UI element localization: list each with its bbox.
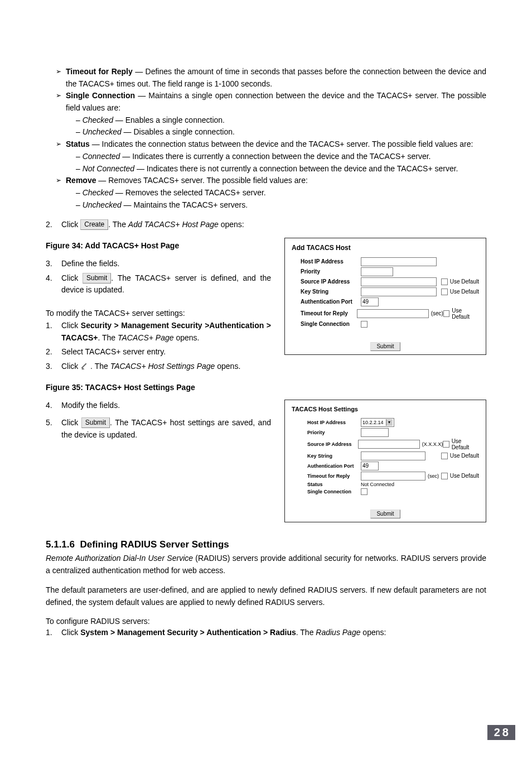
auth-port-input[interactable]: 49 [361, 462, 379, 470]
desc-timeout: Timeout for Reply — Defines the amount o… [56, 66, 486, 90]
desc-label: Status [66, 140, 90, 148]
step-4: 4. Click Submit. The TACACS+ server is d… [46, 272, 271, 296]
panel-submit-button[interactable]: Submit [370, 342, 400, 351]
desc-label: Single Connection [66, 91, 135, 100]
desc-text: — Removes TACACS+ server. The possible f… [96, 176, 307, 185]
desc-option: – Not Connected — Indicates there is not… [66, 163, 486, 175]
step-3: 3.Define the fields. [46, 258, 271, 270]
timeout-label: Timeout for Reply [301, 310, 357, 316]
tacacs-host-settings-panel: TACACS Host Settings Host IP Address10.2… [284, 400, 486, 522]
priority-label: Priority [307, 430, 361, 435]
create-button[interactable]: Create [80, 219, 108, 230]
use-default-checkbox[interactable] [443, 310, 449, 317]
auth-port-label: Authentication Port [307, 463, 361, 469]
desc-text: — Indicates the connection status betwee… [90, 140, 473, 148]
desc-option: – Checked — Removes the selected TACACS+… [66, 187, 486, 199]
radius-config-intro: To configure RADIUS servers: [46, 617, 486, 626]
desc-option: – Checked — Enables a single connection. [66, 114, 486, 127]
auth-port-label: Authentication Port [301, 299, 361, 305]
panel-title: TACACS Host Settings [285, 400, 486, 417]
host-ip-label: Host IP Address [301, 258, 361, 265]
source-ip-label: Source IP Address [301, 278, 361, 285]
key-string-input[interactable] [361, 287, 437, 296]
desc-status: Status — Indicates the connection status… [56, 138, 486, 175]
host-ip-select[interactable]: 10.2.2.14▾ [361, 418, 394, 427]
desc-remove: Remove — Removes TACACS+ server. The pos… [56, 175, 486, 211]
desc-option: – Connected — Indicates there is current… [66, 151, 486, 163]
single-conn-checkbox[interactable] [361, 321, 367, 328]
priority-input[interactable] [361, 428, 389, 437]
desc-option: – Unchecked — Disables a single connecti… [66, 126, 486, 138]
modify-step-5: 5. Click Submit. The TACACS+ host settin… [46, 417, 271, 441]
source-ip-label: Source IP Address [307, 441, 358, 447]
timeout-label: Timeout for Reply [307, 473, 361, 479]
panel-submit-button[interactable]: Submit [370, 510, 400, 518]
submit-button[interactable]: Submit [83, 273, 111, 284]
use-default-checkbox[interactable] [441, 278, 448, 285]
single-conn-label: Single Connection [301, 321, 361, 327]
source-ip-input[interactable] [361, 277, 437, 286]
define-steps: 3.Define the fields. 4. Click Submit. Th… [46, 258, 271, 296]
priority-label: Priority [301, 268, 361, 275]
status-label: Status [307, 482, 361, 487]
page-number: 28 [487, 725, 515, 740]
key-string-label: Key String [307, 453, 361, 459]
use-default-checkbox[interactable] [441, 289, 448, 295]
radius-intro-2: The default parameters are user-defined,… [46, 584, 486, 608]
use-default-checkbox[interactable] [443, 441, 449, 448]
edit-icon[interactable] [80, 362, 88, 370]
auth-port-input[interactable]: 49 [361, 297, 379, 306]
add-tacacs-host-panel: Add TACACS Host Host IP Address Priority… [284, 238, 486, 355]
radius-steps: 1. Click System > Management Security > … [46, 627, 486, 639]
key-string-label: Key String [301, 289, 361, 295]
radius-step-1: 1. Click System > Management Security > … [46, 627, 486, 639]
chevron-down-icon: ▾ [386, 419, 393, 426]
step-list: 2. Click Create. The Add TACACS+ Host Pa… [46, 219, 486, 231]
desc-label: Timeout for Reply [66, 67, 133, 76]
use-default-checkbox[interactable] [441, 453, 448, 459]
field-description-list: Timeout for Reply — Defines the amount o… [46, 66, 486, 211]
timeout-input[interactable] [361, 472, 425, 481]
host-ip-label: Host IP Address [307, 420, 361, 425]
use-default-checkbox[interactable] [441, 473, 448, 479]
single-conn-checkbox[interactable] [361, 488, 367, 495]
source-ip-input[interactable] [358, 440, 419, 449]
host-ip-input[interactable] [361, 257, 437, 266]
desc-label: Remove [66, 176, 96, 185]
timeout-input[interactable] [357, 309, 428, 318]
submit-button[interactable]: Submit [81, 417, 110, 428]
single-conn-label: Single Connection [307, 489, 361, 494]
modify-step-2: 2.Select TACACS+ server entry. [46, 346, 271, 358]
modify-steps-cont: 4.Modify the fields. 5. Click Submit. Th… [46, 400, 271, 441]
modify-steps: 1. Click Security > Management Security … [46, 320, 271, 373]
radius-intro-1: Remote Authorization Dial-In User Servic… [46, 553, 486, 577]
modify-step-1: 1. Click Security > Management Security … [46, 320, 271, 344]
section-heading: 5.1.1.6 Defining RADIUS Server Settings [46, 539, 486, 550]
figure-35-caption: Figure 35: TACACS+ Host Settings Page [46, 383, 271, 392]
key-string-input[interactable] [361, 451, 425, 460]
priority-input[interactable] [361, 267, 393, 276]
desc-single-connection: Single Connection — Maintains a single o… [56, 90, 486, 138]
modify-intro: To modify the TACACS+ server settings: [46, 309, 271, 318]
modify-step-4: 4.Modify the fields. [46, 400, 271, 412]
panel-title: Add TACACS Host [285, 238, 486, 256]
section-number: 5.1.1.6 [46, 539, 75, 550]
modify-step-3: 3. Click . The TACACS+ Host Settings Pag… [46, 361, 271, 373]
section-title: Defining RADIUS Server Settings [80, 539, 229, 550]
step-2: 2. Click Create. The Add TACACS+ Host Pa… [46, 219, 486, 231]
status-value: Not Connected [361, 482, 394, 487]
desc-option: – Unchecked — Maintains the TACACS+ serv… [66, 199, 486, 212]
